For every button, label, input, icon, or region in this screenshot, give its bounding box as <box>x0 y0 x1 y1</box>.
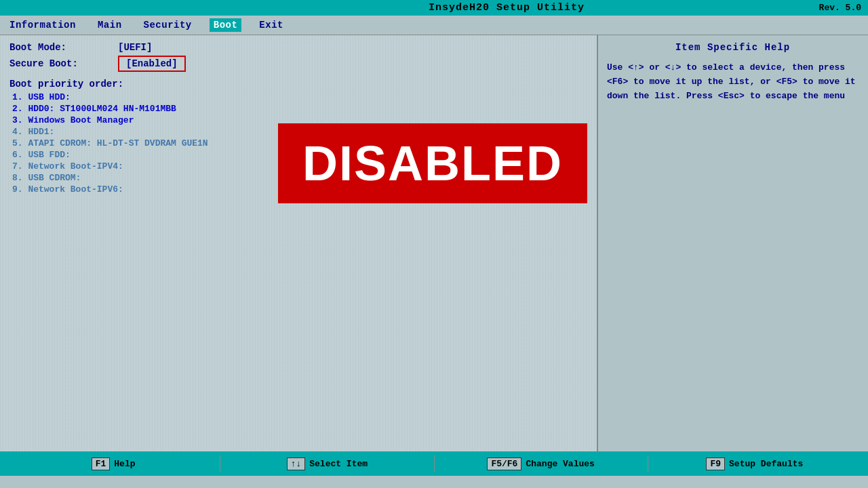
status-label: Change Values <box>526 459 594 469</box>
boot-mode-row: Boot Mode: [UEFI] <box>9 42 587 53</box>
disabled-badge: DISABLED <box>278 123 587 203</box>
status-item-f9: F9Setup Defaults <box>648 458 861 470</box>
menu-bar: InformationMainSecurityBootExit <box>0 16 868 35</box>
help-text: Use <↑> or <↓> to select a device, then … <box>607 61 859 103</box>
boot-mode-label: Boot Mode: <box>9 42 118 53</box>
menu-item-security[interactable]: Security <box>140 18 196 32</box>
status-item-f5-f6: F5/F6Change Values <box>435 458 648 470</box>
secure-boot-value[interactable]: [Enabled] <box>118 56 186 72</box>
content-area: Boot Mode: [UEFI] Secure Boot: [Enabled]… <box>0 35 597 451</box>
menu-item-exit[interactable]: Exit <box>255 18 288 32</box>
status-key: F1 <box>92 458 111 470</box>
secure-boot-row[interactable]: Secure Boot: [Enabled] <box>9 56 587 72</box>
revision-text: Rev. 5.0 <box>819 3 861 13</box>
status-key: F9 <box>706 458 725 470</box>
main-layout: Boot Mode: [UEFI] Secure Boot: [Enabled]… <box>0 35 868 451</box>
status-label: Help <box>114 459 135 469</box>
status-bar: F1Help↑↓Select ItemF5/F6Change ValuesF9S… <box>0 451 868 476</box>
divider-line <box>597 35 598 451</box>
menu-item-boot[interactable]: Boot <box>210 18 242 32</box>
boot-mode-value: [UEFI] <box>118 42 152 53</box>
help-panel: Item Specific Help Use <↑> or <↓> to sel… <box>597 35 868 451</box>
status-label: Setup Defaults <box>729 459 803 469</box>
boot-item-2[interactable]: 2. HDD0: ST1000LM024 HN-M101MBB <box>12 104 587 114</box>
title-bar: InsydeH20 Setup Utility Rev. 5.0 <box>0 0 868 16</box>
boot-item-1[interactable]: 1. USB HDD: <box>12 92 587 102</box>
status-item-f1: F1Help <box>7 458 220 470</box>
menu-item-information[interactable]: Information <box>5 18 80 32</box>
menu-item-main[interactable]: Main <box>94 18 126 32</box>
status-key: F5/F6 <box>487 458 521 470</box>
status-label: Select Item <box>309 459 368 469</box>
boot-priority-title: Boot priority order: <box>9 79 587 89</box>
status-key: ↑↓ <box>287 458 306 470</box>
status-item-↑↓: ↑↓Select Item <box>220 458 433 470</box>
secure-boot-label: Secure Boot: <box>9 58 118 69</box>
app-title: InsydeH20 Setup Utility <box>194 2 818 14</box>
help-title: Item Specific Help <box>607 42 859 53</box>
